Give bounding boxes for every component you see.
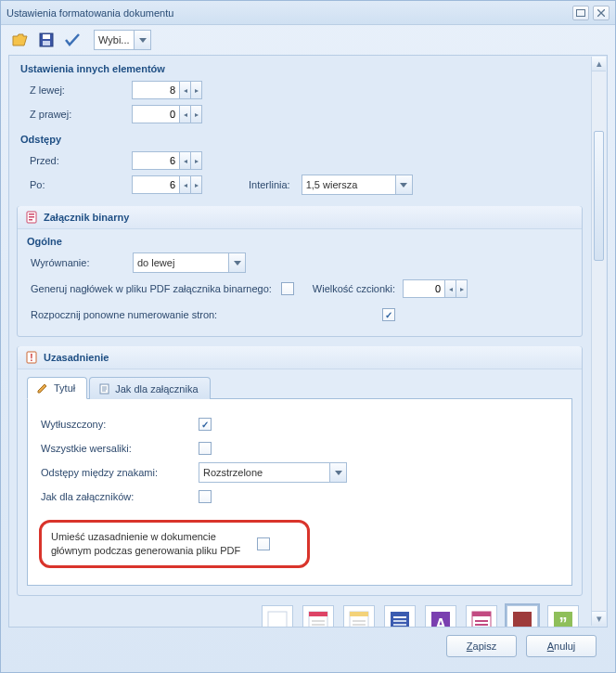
allcaps-checkbox[interactable] (199, 442, 212, 455)
titlebar: Ustawienia formatowania dokumentu (1, 1, 615, 25)
spin-left-icon[interactable]: ◂ (179, 82, 190, 98)
content: Ustawienia innych elementów Z lewej: ◂▸ … (8, 55, 608, 665)
spin-right-icon[interactable]: ▸ (190, 152, 201, 169)
before-input[interactable] (133, 152, 179, 169)
from-right-spinner[interactable]: ◂▸ (132, 105, 202, 123)
cancel-button[interactable]: Anuluj (526, 635, 597, 657)
scheme-combo-input[interactable] (95, 31, 134, 49)
allcaps-label: Wszystkie wersaliki: (41, 443, 199, 454)
letterspacing-input[interactable] (199, 463, 329, 482)
after-label: Po: (30, 179, 132, 190)
font-size-spinner[interactable]: ◂▸ (403, 279, 468, 298)
callout-text: Umieść uzasadnienie w dokumencie głównym… (51, 530, 240, 558)
after-spinner[interactable]: ◂▸ (132, 175, 202, 194)
scroll-area: Ustawienia innych elementów Z lewej: ◂▸ … (8, 55, 608, 628)
svg-rect-2 (43, 34, 50, 39)
row-from-right: Z prawej: ◂▸ (17, 102, 583, 126)
thumbnail-strip: A ” (17, 596, 583, 628)
spin-right-icon[interactable]: ▸ (190, 176, 201, 193)
restart-numbering-checkbox[interactable] (382, 308, 395, 321)
document-icon (99, 383, 109, 395)
tab-like-attachment[interactable]: Jak dla załącznika (89, 377, 210, 399)
spin-right-icon[interactable]: ▸ (190, 82, 201, 98)
scheme-combo[interactable] (94, 30, 151, 50)
svg-rect-3 (43, 41, 50, 45)
callout-checkbox[interactable] (257, 537, 270, 550)
panel-binary-attachment: Załącznik binarny Ogólne Wyrównanie: Gen… (17, 206, 583, 337)
svg-rect-23 (393, 616, 406, 618)
chevron-down-icon[interactable] (329, 463, 346, 482)
save-button[interactable]: Zapisz (446, 635, 517, 657)
page-thumb-2[interactable] (302, 605, 334, 628)
save-button-rest: apisz (473, 641, 497, 652)
footer: Zapisz Anuluj (8, 628, 608, 665)
page-thumb-5[interactable]: A (425, 605, 456, 628)
spin-right-icon[interactable]: ▸ (456, 280, 467, 297)
before-spinner[interactable]: ◂▸ (132, 151, 202, 170)
tab-title[interactable]: Tytuł (27, 377, 87, 399)
interline-input[interactable] (302, 175, 395, 194)
bold-checkbox[interactable] (199, 418, 212, 431)
spin-left-icon[interactable]: ◂ (179, 106, 190, 123)
svg-rect-34 (513, 612, 532, 628)
scroll-up-icon[interactable]: ▴ (592, 57, 606, 71)
tab-title-label: Tytuł (54, 382, 75, 394)
scroll-inner: Ustawienia innych elementów Z lewej: ◂▸ … (9, 56, 590, 627)
spin-left-icon[interactable]: ◂ (179, 152, 190, 169)
exclamation-icon: ! (25, 351, 38, 364)
align-combo[interactable] (133, 252, 246, 273)
svg-rect-5 (29, 214, 34, 215)
vertical-scrollbar[interactable]: ▴ ▾ (591, 57, 606, 626)
scroll-thumb[interactable] (594, 131, 604, 261)
page-thumb-3[interactable] (343, 605, 375, 628)
window-title: Ustawienia formatowania dokumentu (6, 7, 569, 19)
row-before: Przed: ◂▸ (17, 149, 583, 173)
svg-rect-20 (353, 620, 366, 622)
row-gen-header: Generuj nagłówek w pliku PDF załącznika … (27, 275, 572, 303)
from-left-spinner[interactable]: ◂▸ (132, 81, 202, 99)
letterspacing-label: Odstępy między znakami: (41, 467, 199, 478)
gen-header-checkbox[interactable] (281, 282, 294, 295)
close-button[interactable] (593, 6, 610, 20)
window: Ustawienia formatowania dokumentu Ustawi (0, 0, 616, 673)
align-input[interactable] (134, 253, 228, 272)
svg-rect-6 (29, 216, 34, 218)
page-thumb-7[interactable] (507, 605, 538, 628)
svg-rect-32 (475, 624, 488, 626)
like-attachments-checkbox[interactable] (199, 490, 212, 503)
spin-left-icon[interactable]: ◂ (179, 176, 190, 193)
page-thumb-6[interactable] (466, 605, 497, 628)
row-like-attachments: Jak dla załączników: (41, 485, 558, 509)
row-from-left: Z lewej: ◂▸ (17, 78, 583, 102)
row-letterspacing: Odstępy między znakami: (41, 460, 558, 485)
page-thumb-8[interactable]: ” (547, 605, 579, 628)
callout-highlight: Umieść uzasadnienie w dokumencie głównym… (39, 520, 310, 568)
restart-numbering-label: Rozpocznij ponowne numerowanie stron: (31, 309, 217, 320)
chevron-down-icon[interactable] (134, 31, 150, 49)
from-left-input[interactable] (133, 82, 179, 98)
save-icon[interactable] (36, 30, 57, 50)
svg-text:”: ” (559, 615, 568, 628)
after-input[interactable] (133, 176, 179, 193)
font-size-input[interactable] (404, 280, 444, 297)
letterspacing-combo[interactable] (199, 462, 347, 483)
tab-like-attachment-label: Jak dla załącznika (115, 383, 198, 395)
chevron-down-icon[interactable] (395, 175, 412, 194)
ok-check-icon[interactable] (62, 30, 83, 50)
chevron-down-icon[interactable] (228, 253, 245, 272)
spin-right-icon[interactable]: ▸ (190, 106, 201, 123)
page-thumb-4[interactable] (384, 605, 416, 628)
open-icon[interactable] (10, 30, 31, 50)
row-restart-numbering: Rozpocznij ponowne numerowanie stron: (27, 303, 572, 327)
svg-rect-24 (393, 620, 406, 622)
from-right-input[interactable] (133, 106, 179, 123)
interline-combo[interactable] (302, 175, 413, 195)
row-allcaps: Wszystkie wersaliki: (41, 436, 558, 460)
spin-left-icon[interactable]: ◂ (444, 280, 456, 297)
svg-rect-0 (577, 9, 585, 16)
page-thumb-1[interactable] (262, 605, 293, 628)
svg-rect-15 (312, 620, 325, 622)
maximize-button[interactable] (572, 6, 589, 20)
scroll-down-icon[interactable]: ▾ (592, 611, 606, 626)
attachment-icon (25, 211, 38, 224)
